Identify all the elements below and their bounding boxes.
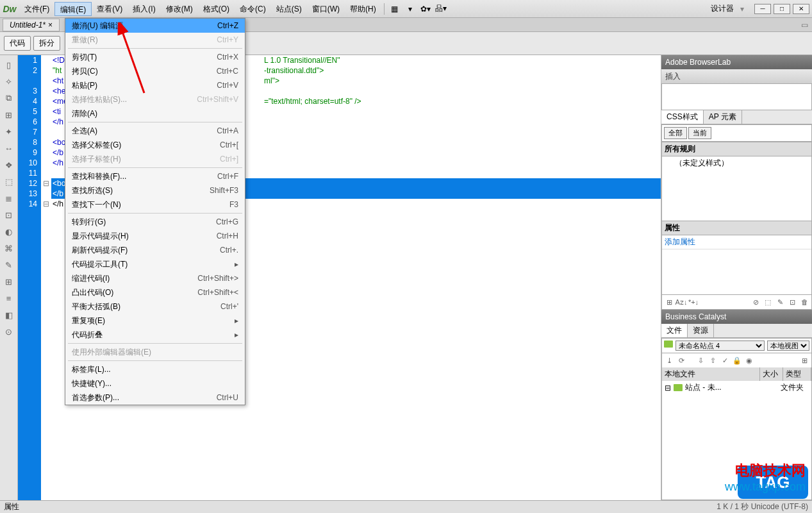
css-tool-icon[interactable]: *+↓	[688, 297, 699, 307]
menu-6[interactable]: 命令(C)	[235, 2, 271, 16]
menu-item[interactable]: 重复项(E)▸	[65, 314, 245, 328]
tool-icon[interactable]: ◐	[3, 226, 15, 237]
menu-bar: Dw 文件(F)编辑(E)查看(V)插入(I)修改(M)格式(O)命令(C)站点…	[0, 0, 812, 18]
menu-item[interactable]: 查找下一个(N)F3	[65, 198, 245, 212]
menu-item[interactable]: 拷贝(C)Ctrl+C	[65, 64, 245, 78]
tool-icon[interactable]: ≣	[3, 192, 15, 204]
menu-item[interactable]: 凸出代码(O)Ctrl+Shift+<	[65, 285, 245, 299]
menu-item[interactable]: 清除(A)	[65, 106, 245, 121]
menu-8[interactable]: 窗口(W)	[307, 2, 345, 16]
expand-icon[interactable]: ⊞	[799, 355, 809, 366]
tool-icon[interactable]: ⊞	[3, 109, 15, 121]
tool-icon[interactable]: ▯	[3, 59, 15, 71]
add-property-link[interactable]: 添加属性	[665, 237, 695, 248]
menu-7[interactable]: 站点(S)	[271, 2, 307, 16]
site-select[interactable]: 未命名站点 4	[675, 341, 765, 351]
workspace-switcher[interactable]: 设计器	[707, 3, 738, 14]
css-styles-tab[interactable]: CSS样式	[661, 110, 704, 124]
extend-icon[interactable]: ▾	[402, 2, 418, 16]
menu-item[interactable]: 平衡大括弧(B)Ctrl+'	[65, 299, 245, 314]
css-all-button[interactable]: 全部	[664, 127, 687, 139]
close-tab-icon[interactable]: ×	[48, 19, 53, 31]
menu-9[interactable]: 帮助(H)	[345, 2, 381, 16]
files-tab[interactable]: 文件	[661, 324, 688, 337]
refresh-icon[interactable]: ⟳	[676, 355, 686, 366]
tool-icon[interactable]: ✧	[3, 76, 15, 87]
menu-item[interactable]: 缩进代码(I)Ctrl+Shift+>	[65, 271, 245, 285]
menu-item[interactable]: 快捷键(Y)...	[65, 376, 245, 391]
document-tab[interactable]: Untitled-1* ×	[3, 19, 60, 31]
file-tool-icon[interactable]: ⇩	[695, 355, 706, 366]
menu-item[interactable]: 选择父标签(G)Ctrl+[	[65, 138, 245, 152]
tool-icon[interactable]: ≡	[3, 292, 15, 304]
tool-icon[interactable]: ↔	[3, 142, 15, 154]
close-button[interactable]: ✕	[793, 4, 809, 14]
menu-1[interactable]: 编辑(E)	[54, 2, 92, 16]
layout-icon[interactable]: ▦	[387, 2, 402, 16]
ap-elements-tab[interactable]: AP 元素	[704, 110, 742, 124]
gear-icon[interactable]: ✿▾	[418, 2, 433, 16]
menu-item[interactable]: 首选参数(P)...Ctrl+U	[65, 391, 245, 405]
menu-item[interactable]: 代码折叠▸	[65, 328, 245, 342]
code-toolbar: ▯ ✧ ⧉ ⊞ ✦ ↔ ❖ ⬚ ≣ ⊡ ◐ ⌘ ✎ ⊞ ≡ ◧ ⊙	[0, 55, 18, 500]
menu-item[interactable]: 显示代码提示(H)Ctrl+H	[65, 229, 245, 243]
menu-2[interactable]: 查看(V)	[92, 2, 128, 16]
edit-menu-dropdown: 撤消(U) 编辑源Ctrl+Z重做(R)Ctrl+Y剪切(T)Ctrl+X拷贝(…	[65, 18, 245, 405]
code-view-button[interactable]: 代码	[4, 36, 31, 51]
tool-icon[interactable]: ⊞	[3, 276, 15, 287]
css-tool-icon[interactable]: ⊘	[750, 297, 761, 307]
maximize-button[interactable]: □	[774, 4, 790, 14]
insert-panel-header[interactable]: 插入	[661, 69, 812, 83]
menu-item[interactable]: 刷新代码提示(F)Ctrl+.	[65, 243, 245, 257]
css-tool-icon[interactable]: ⬚	[763, 297, 773, 307]
tool-icon[interactable]: ⊡	[3, 209, 15, 221]
menu-item[interactable]: 代码提示工具(T)▸	[65, 257, 245, 271]
tool-icon[interactable]: ✦	[3, 126, 15, 137]
css-tool-icon[interactable]: Aᴢ↓	[676, 297, 686, 307]
menus: 文件(F)编辑(E)查看(V)插入(I)修改(M)格式(O)命令(C)站点(S)…	[19, 2, 381, 16]
menu-item[interactable]: 全选(A)Ctrl+A	[65, 124, 245, 138]
menu-item[interactable]: 撤消(U) 编辑源Ctrl+Z	[65, 19, 245, 33]
tool-icon[interactable]: ⌘	[3, 242, 15, 254]
browserlab-panel-header[interactable]: Adobe BrowserLab	[661, 55, 812, 69]
split-view-button[interactable]: 拆分	[33, 36, 60, 51]
file-row[interactable]: ⊟ 站点 - 未... 文件夹	[662, 381, 811, 394]
sync-icon[interactable]: 品▾	[433, 2, 449, 16]
view-select[interactable]: 本地视图	[767, 341, 809, 351]
css-tool-icon[interactable]: 🗑	[799, 297, 809, 307]
css-tool-icon[interactable]: ⊞	[664, 297, 674, 307]
minimize-button[interactable]: ─	[754, 4, 771, 14]
menu-item[interactable]: 查找和替换(F)...Ctrl+F	[65, 169, 245, 183]
menu-4[interactable]: 修改(M)	[161, 2, 198, 16]
tool-icon[interactable]: ✎	[3, 259, 15, 271]
tool-icon[interactable]: ⊙	[3, 326, 15, 337]
assets-tab[interactable]: 资源	[688, 324, 714, 337]
tool-icon[interactable]: ❖	[3, 159, 15, 171]
menu-5[interactable]: 格式(O)	[198, 2, 235, 16]
menu-item[interactable]: 粘贴(P)Ctrl+V	[65, 78, 245, 92]
col-localfile[interactable]: 本地文件	[662, 367, 760, 381]
menu-item[interactable]: 查找所选(S)Shift+F3	[65, 183, 245, 198]
css-tool-icon[interactable]: ⊡	[787, 297, 797, 307]
css-current-button[interactable]: 当前	[688, 127, 711, 139]
css-tool-icon[interactable]: ✎	[775, 297, 785, 307]
tool-icon[interactable]: ◧	[3, 309, 15, 321]
file-tool-icon[interactable]: 🔒	[732, 355, 742, 366]
file-tool-icon[interactable]: ✓	[720, 355, 730, 366]
menu-item[interactable]: 转到行(G)Ctrl+G	[65, 215, 245, 229]
bc-panel-header[interactable]: Business Catalyst	[661, 310, 812, 324]
menu-item[interactable]: 标签库(L)...	[65, 362, 245, 376]
col-type[interactable]: 类型	[783, 367, 811, 381]
menu-0[interactable]: 文件(F)	[19, 2, 54, 16]
tool-icon[interactable]: ⧉	[3, 92, 15, 104]
tool-icon[interactable]: ⬚	[3, 176, 15, 187]
right-panel-group: Adobe BrowserLab 插入 CSS样式 AP 元素 全部 当前 所有…	[661, 55, 812, 500]
menu-3[interactable]: 插入(I)	[128, 2, 160, 16]
file-tool-icon[interactable]: ⇧	[708, 355, 718, 366]
menu-item[interactable]: 剪切(T)Ctrl+X	[65, 50, 245, 64]
doc-menu-icon[interactable]: ▭	[801, 21, 812, 29]
file-tool-icon[interactable]: ◉	[744, 355, 754, 366]
col-size[interactable]: 大小	[760, 367, 783, 381]
app-logo-icon: Dw	[0, 0, 19, 18]
file-tool-icon[interactable]: ⤓	[664, 355, 674, 366]
